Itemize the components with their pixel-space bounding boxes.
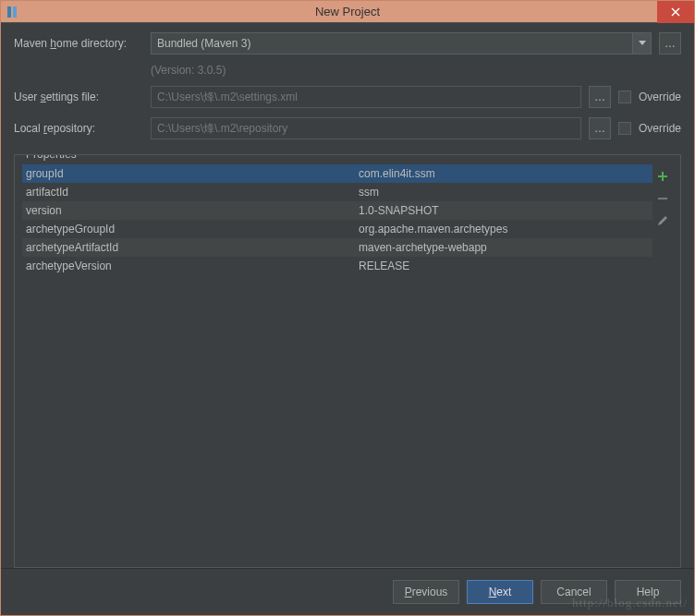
close-icon [671, 7, 680, 17]
property-key: archetypeVersion [26, 260, 359, 272]
add-property-button[interactable] [654, 168, 671, 185]
app-icon [6, 5, 21, 19]
property-row[interactable]: groupIdcom.elin4it.ssm [22, 164, 652, 183]
maven-home-dropdown[interactable]: Bundled (Maven 3) [151, 32, 652, 54]
user-settings-field [151, 86, 581, 108]
svg-rect-0 [7, 6, 11, 18]
maven-home-label: Maven home directory: [14, 37, 143, 50]
maven-version-info: (Version: 3.0.5) [151, 64, 681, 77]
remove-property-button[interactable] [654, 190, 671, 207]
property-row[interactable]: archetypeVersionRELEASE [22, 257, 652, 275]
previous-button[interactable]: Previous [393, 580, 459, 604]
property-row[interactable]: archetypeArtifactIdmaven-archetype-webap… [22, 238, 652, 257]
properties-legend: Properties [22, 154, 80, 161]
user-settings-label: User settings file: [14, 91, 143, 103]
maven-home-value: Bundled (Maven 3) [157, 37, 632, 50]
property-row[interactable]: artifactIdssm [22, 183, 652, 201]
titlebar: New Project [1, 1, 694, 23]
pencil-icon [656, 214, 669, 227]
user-settings-override-checkbox[interactable] [618, 91, 631, 103]
property-value: com.elin4it.ssm [359, 167, 649, 180]
property-value: ssm [359, 186, 649, 199]
next-button[interactable]: Next [467, 580, 533, 604]
edit-property-button[interactable] [654, 212, 671, 229]
local-repo-field [151, 117, 581, 139]
plus-icon [656, 170, 669, 183]
property-row[interactable]: archetypeGroupIdorg.apache.maven.archety… [22, 220, 652, 238]
property-value: maven-archetype-webapp [359, 241, 649, 254]
minus-icon [656, 192, 669, 205]
property-value: RELEASE [359, 260, 649, 272]
maven-home-browse-button[interactable]: … [659, 32, 681, 54]
property-value: org.apache.maven.archetypes [359, 223, 649, 236]
local-repo-label: Local repository: [14, 122, 143, 135]
svg-rect-1 [13, 6, 17, 18]
local-repo-browse-button[interactable]: … [589, 117, 611, 139]
property-value: 1.0-SNAPSHOT [359, 204, 649, 217]
user-settings-browse-button[interactable]: … [589, 86, 611, 108]
local-repo-override-checkbox[interactable] [618, 122, 631, 135]
property-row[interactable]: version1.0-SNAPSHOT [22, 201, 652, 220]
property-key: groupId [26, 167, 359, 180]
property-key: archetypeGroupId [26, 223, 359, 236]
property-key: archetypeArtifactId [26, 241, 359, 254]
watermark: http://blog.csdn.net/ [572, 596, 688, 610]
local-repo-override-label: Override [639, 122, 681, 135]
properties-table[interactable]: groupIdcom.elin4it.ssmartifactIdssmversi… [22, 164, 652, 560]
window-title: New Project [315, 5, 380, 18]
user-settings-override-label: Override [639, 91, 681, 103]
close-button[interactable] [657, 1, 694, 23]
property-key: version [26, 204, 359, 217]
chevron-down-icon [632, 33, 651, 54]
properties-group: Properties groupIdcom.elin4it.ssmartifac… [14, 154, 681, 568]
property-key: artifactId [26, 186, 359, 199]
